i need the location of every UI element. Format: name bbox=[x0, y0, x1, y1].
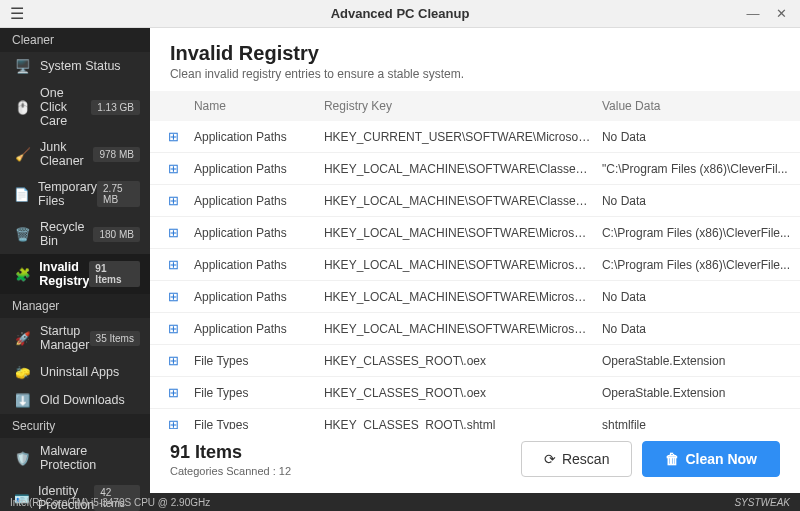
cell-value: No Data bbox=[602, 194, 800, 208]
rocket-icon: 🚀 bbox=[14, 330, 32, 346]
registry-entry-icon: ⊞ bbox=[168, 225, 179, 240]
page-subtitle: Clean invalid registry entries to ensure… bbox=[170, 67, 780, 81]
cell-key: HKEY_CURRENT_USER\SOFTWARE\Microsoft\Win… bbox=[324, 130, 602, 144]
cell-value: shtmlfile bbox=[602, 418, 800, 430]
main-footer: 91 Items Categories Scanned : 12 ⟳ Resca… bbox=[150, 429, 800, 493]
cell-key: HKEY_LOCAL_MACHINE\SOFTWARE\Classes\Appl… bbox=[324, 162, 602, 176]
table-row[interactable]: ⊞Application PathsHKEY_LOCAL_MACHINE\SOF… bbox=[150, 249, 800, 281]
badge: 2.75 MB bbox=[97, 181, 140, 207]
cell-name: Application Paths bbox=[194, 258, 324, 272]
files-icon: 📄 bbox=[14, 186, 30, 202]
cell-name: Application Paths bbox=[194, 162, 324, 176]
clean-now-button[interactable]: 🗑 Clean Now bbox=[642, 441, 780, 477]
cell-key: HKEY_LOCAL_MACHINE\SOFTWARE\Microsoft\Wi… bbox=[324, 290, 602, 304]
sidebar-item-label: Startup Manager bbox=[40, 324, 90, 352]
registry-entry-icon: ⊞ bbox=[168, 129, 179, 144]
page-title: Invalid Registry bbox=[170, 42, 780, 65]
sidebar: Cleaner 🖥️ System Status 🖱️ One Click Ca… bbox=[0, 28, 150, 493]
cell-value: OperaStable.Extension bbox=[602, 354, 800, 368]
section-security: Security bbox=[0, 414, 150, 438]
items-count: 91 Items bbox=[170, 442, 291, 463]
section-manager: Manager bbox=[0, 294, 150, 318]
cell-name: File Types bbox=[194, 354, 324, 368]
sidebar-item-label: Old Downloads bbox=[40, 393, 140, 407]
cell-value: No Data bbox=[602, 322, 800, 336]
cell-value: OperaStable.Extension bbox=[602, 386, 800, 400]
registry-icon: 🧩 bbox=[14, 266, 31, 282]
table-row[interactable]: ⊞Application PathsHKEY_LOCAL_MACHINE\SOF… bbox=[150, 313, 800, 345]
table-row[interactable]: ⊞Application PathsHKEY_LOCAL_MACHINE\SOF… bbox=[150, 185, 800, 217]
menu-icon[interactable]: ☰ bbox=[0, 4, 34, 23]
col-name: Name bbox=[194, 99, 324, 113]
table-row[interactable]: ⊞File TypesHKEY_CLASSES_ROOT\.shtmlshtml… bbox=[150, 409, 800, 429]
registry-entry-icon: ⊞ bbox=[168, 289, 179, 304]
sidebar-item-label: System Status bbox=[40, 59, 140, 73]
sidebar-item-recycle-bin[interactable]: 🗑️ Recycle Bin 180 MB bbox=[0, 214, 150, 254]
badge: 91 Items bbox=[89, 261, 140, 287]
minimize-button[interactable]: — bbox=[744, 6, 762, 21]
cell-key: HKEY_LOCAL_MACHINE\SOFTWARE\Microsoft\Wi… bbox=[324, 258, 602, 272]
cpu-info: Intel(R) Core(TM) i5-3470S CPU @ 2.90GHz bbox=[10, 497, 210, 508]
cell-key: HKEY_CLASSES_ROOT\.shtml bbox=[324, 418, 602, 430]
registry-table: Name Registry Key Value Data ⊞Applicatio… bbox=[150, 91, 800, 429]
table-row[interactable]: ⊞File TypesHKEY_CLASSES_ROOT\.oexOperaSt… bbox=[150, 345, 800, 377]
registry-entry-icon: ⊞ bbox=[168, 385, 179, 400]
cell-value: C:\Program Files (x86)\CleverFile... bbox=[602, 258, 800, 272]
table-row[interactable]: ⊞Application PathsHKEY_CURRENT_USER\SOFT… bbox=[150, 121, 800, 153]
table-row[interactable]: ⊞File TypesHKEY_CLASSES_ROOT\.oexOperaSt… bbox=[150, 377, 800, 409]
badge: 180 MB bbox=[93, 227, 139, 242]
cell-key: HKEY_CLASSES_ROOT\.oex bbox=[324, 386, 602, 400]
cell-name: Application Paths bbox=[194, 130, 324, 144]
cell-name: File Types bbox=[194, 386, 324, 400]
table-row[interactable]: ⊞Application PathsHKEY_LOCAL_MACHINE\SOF… bbox=[150, 281, 800, 313]
cell-key: HKEY_LOCAL_MACHINE\SOFTWARE\Classes\Appl… bbox=[324, 194, 602, 208]
sidebar-item-uninstall-apps[interactable]: 🧽 Uninstall Apps bbox=[0, 358, 150, 386]
cell-value: C:\Program Files (x86)\CleverFile... bbox=[602, 226, 800, 240]
registry-entry-icon: ⊞ bbox=[168, 353, 179, 368]
rescan-label: Rescan bbox=[562, 451, 609, 467]
sidebar-item-invalid-registry[interactable]: 🧩 Invalid Registry 91 Items bbox=[0, 254, 150, 294]
refresh-icon: ⟳ bbox=[544, 451, 556, 467]
cell-key: HKEY_LOCAL_MACHINE\SOFTWARE\Microsoft\Wi… bbox=[324, 322, 602, 336]
table-header: Name Registry Key Value Data bbox=[150, 91, 800, 121]
uninstall-icon: 🧽 bbox=[14, 364, 32, 380]
clean-label: Clean Now bbox=[685, 451, 757, 467]
cell-name: File Types bbox=[194, 418, 324, 430]
rescan-button[interactable]: ⟳ Rescan bbox=[521, 441, 632, 477]
table-row[interactable]: ⊞Application PathsHKEY_LOCAL_MACHINE\SOF… bbox=[150, 217, 800, 249]
sidebar-item-label: Temporary Files bbox=[38, 180, 97, 208]
sidebar-item-label: Recycle Bin bbox=[40, 220, 93, 248]
cell-name: Application Paths bbox=[194, 226, 324, 240]
badge: 978 MB bbox=[93, 147, 139, 162]
badge: 35 Items bbox=[90, 331, 140, 346]
registry-entry-icon: ⊞ bbox=[168, 161, 179, 176]
main-panel: Invalid Registry Clean invalid registry … bbox=[150, 28, 800, 493]
sidebar-item-junk-cleaner[interactable]: 🧹 Junk Cleaner 978 MB bbox=[0, 134, 150, 174]
cell-value: No Data bbox=[602, 290, 800, 304]
sidebar-item-old-downloads[interactable]: ⬇️ Old Downloads bbox=[0, 386, 150, 414]
sidebar-item-temporary-files[interactable]: 📄 Temporary Files 2.75 MB bbox=[0, 174, 150, 214]
brand-watermark: SYSTWEAK bbox=[734, 497, 790, 508]
sidebar-item-label: One Click Care bbox=[40, 86, 91, 128]
badge: 1.13 GB bbox=[91, 100, 140, 115]
cell-key: HKEY_CLASSES_ROOT\.oex bbox=[324, 354, 602, 368]
table-row[interactable]: ⊞Application PathsHKEY_LOCAL_MACHINE\SOF… bbox=[150, 153, 800, 185]
sidebar-item-label: Malware Protection bbox=[40, 444, 140, 472]
sidebar-item-startup-manager[interactable]: 🚀 Startup Manager 35 Items bbox=[0, 318, 150, 358]
cell-value: "C:\Program Files (x86)\CleverFil... bbox=[602, 162, 800, 176]
close-button[interactable]: ✕ bbox=[772, 6, 790, 21]
broom-icon: 🧹 bbox=[14, 146, 32, 162]
col-key: Registry Key bbox=[324, 99, 602, 113]
monitor-icon: 🖥️ bbox=[14, 58, 32, 74]
categories-scanned: Categories Scanned : 12 bbox=[170, 465, 291, 477]
sidebar-item-system-status[interactable]: 🖥️ System Status bbox=[0, 52, 150, 80]
click-icon: 🖱️ bbox=[14, 99, 32, 115]
sidebar-item-one-click-care[interactable]: 🖱️ One Click Care 1.13 GB bbox=[0, 80, 150, 134]
table-body[interactable]: ⊞Application PathsHKEY_CURRENT_USER\SOFT… bbox=[150, 121, 800, 429]
cell-key: HKEY_LOCAL_MACHINE\SOFTWARE\Microsoft\Wi… bbox=[324, 226, 602, 240]
sidebar-item-malware-protection[interactable]: 🛡️ Malware Protection bbox=[0, 438, 150, 478]
window-title: Advanced PC Cleanup bbox=[0, 6, 800, 21]
cell-name: Application Paths bbox=[194, 194, 324, 208]
registry-entry-icon: ⊞ bbox=[168, 193, 179, 208]
cell-name: Application Paths bbox=[194, 322, 324, 336]
